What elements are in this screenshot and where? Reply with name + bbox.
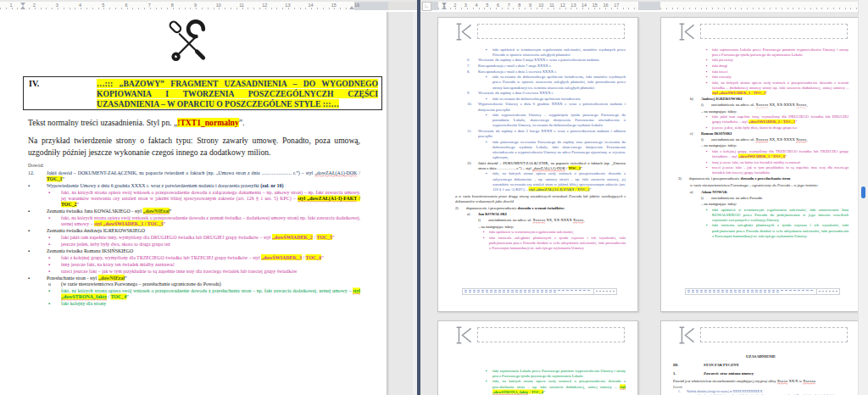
footer-text bbox=[686, 289, 816, 294]
footer-text bbox=[463, 289, 593, 294]
firm-logo-icon bbox=[453, 326, 475, 344]
page-3[interactable]: ▪fakt zajmowania Lokalu przez Pozwanego … bbox=[660, 17, 861, 312]
style-token: !TXT1_normalny bbox=[177, 118, 239, 127]
scrollbar-right[interactable] bbox=[858, 0, 868, 395]
page2-content: ▪fakt opóźnień w terminowym regulowaniu … bbox=[438, 47, 637, 250]
ruler-margin-area bbox=[638, 2, 660, 10]
ruler-margin-area bbox=[431, 2, 438, 10]
page-footer bbox=[462, 288, 617, 295]
firm-logo-icon bbox=[676, 326, 698, 344]
footer-page-field bbox=[593, 289, 616, 294]
evidence-style-list: 12.Jakiś dowód – DOKUMENT-ZAŁĄCZNIK, na … bbox=[0, 170, 387, 308]
page-4[interactable]: ▪fakt zajmowania Lokalu przez Pozwanego … bbox=[437, 320, 638, 395]
page4-content: ▪fakt zajmowania Lokalu przez Pozwanego … bbox=[438, 368, 637, 395]
page-header bbox=[438, 321, 637, 345]
heading-text: …::: „BAZOWY” FRAGMENT UZASADNIENIA – DO… bbox=[97, 79, 378, 110]
paragraph-example: Na przykład twierdzenie strony o faktach… bbox=[28, 135, 360, 158]
window-divider[interactable] bbox=[417, 0, 420, 395]
evidence-label: Dowód: bbox=[28, 163, 44, 168]
ruler-text-area bbox=[0, 2, 354, 10]
firm-logo-icon bbox=[453, 23, 475, 41]
page-5[interactable]: UZASADNIENIEIII.STAN FAKTYCZNY1.Zawarcie… bbox=[660, 320, 861, 395]
paragraph-style-note: Tekst normalny treści uzasadnienia. Styl… bbox=[28, 117, 360, 128]
horizontal-ruler-left[interactable]: 12345678910111213141516 bbox=[0, 2, 418, 12]
page-2[interactable]: ▪fakt opóźnień w terminowym regulowaniu … bbox=[437, 17, 638, 312]
page-footer bbox=[685, 288, 840, 295]
header-placeholder-box[interactable] bbox=[700, 24, 848, 39]
page-header bbox=[661, 321, 860, 345]
document-window-left: 12345678910111213141516 IV. …::: „BAZOWY… bbox=[0, 0, 418, 395]
page5-content: UZASADNIENIEIII.STAN FAKTYCZNY1.Zawarcie… bbox=[661, 353, 860, 395]
heading-box: IV. …::: „BAZOWY” FRAGMENT UZASADNIENIA … bbox=[23, 76, 382, 110]
document-page-main[interactable]: IV. …::: „BAZOWY” FRAGMENT UZASADNIENIA … bbox=[0, 11, 387, 395]
heading-number: IV. bbox=[29, 79, 97, 88]
page3-content: ▪fakt zajmowania Lokalu przez Pozwanego … bbox=[661, 47, 860, 238]
header-placeholder-box[interactable] bbox=[700, 327, 848, 342]
page-header bbox=[438, 18, 637, 42]
tab-selector[interactable]: ∟ bbox=[422, 2, 431, 11]
page-header bbox=[661, 18, 860, 42]
crossed-tools-image bbox=[165, 19, 213, 67]
scrollbar-thumb[interactable] bbox=[861, 186, 865, 198]
horizontal-ruler-right[interactable]: ∟ 1234567891011121314151617 bbox=[420, 2, 868, 12]
document-window-right: ∟ 1234567891011121314151617 ▪fakt opóźni… bbox=[420, 0, 868, 395]
ruler-text-area bbox=[660, 2, 859, 10]
header-placeholder-box[interactable] bbox=[477, 327, 625, 342]
firm-logo-icon bbox=[676, 23, 698, 41]
header-placeholder-box[interactable] bbox=[477, 24, 625, 39]
footer-page-field bbox=[816, 289, 839, 294]
hanging-indent-marker[interactable] bbox=[20, 6, 25, 9]
